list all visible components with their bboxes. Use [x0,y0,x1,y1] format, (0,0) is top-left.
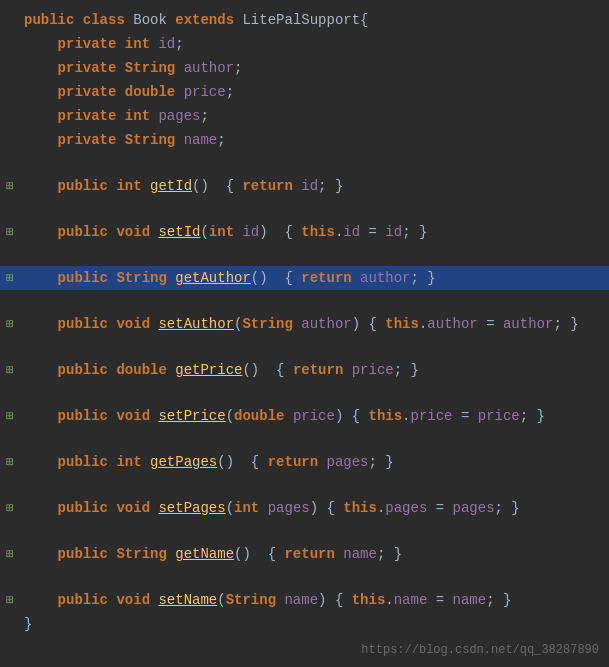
token-punctuation: { [268,224,302,240]
token-punctuation: ( [226,500,234,516]
token-kw-class: class [83,12,133,28]
token-kw-double: double [234,408,293,424]
token-punctuation: ; } [394,362,419,378]
token-kw-private: private [24,36,125,52]
token-kw-int: int [116,178,150,194]
code-content-line-27: } [20,613,32,635]
token-kw-this: this [369,408,403,424]
token-kw-public: public [24,454,116,470]
token-punctuation: { [268,270,302,286]
code-content-line-4: private double price; [20,81,234,103]
token-kw-void: void [116,224,158,240]
line-11 [0,244,609,266]
fold-button-line-12[interactable]: ⊞ [0,270,20,286]
token-class-name: Book [133,12,175,28]
token-var-name: author [184,60,234,76]
token-punctuation: { [360,12,368,28]
token-kw-private: private [24,60,125,76]
token-var-name: pages [158,108,200,124]
fold-button-line-22[interactable]: ⊞ [0,500,20,516]
fold-button-line-20[interactable]: ⊞ [0,454,20,470]
line-7 [0,152,609,174]
token-kw-public: public [24,592,116,608]
token-var-name: pages [268,500,310,516]
token-kw-private: private [24,132,125,148]
token-method-name: getPages [150,454,217,470]
token-kw-public: public [24,546,116,562]
line-18: ⊞ public void setPrice(double price) { t… [0,404,609,428]
token-kw-private: private [24,108,125,124]
token-kw-int: int [234,500,268,516]
watermark: https://blog.csdn.net/qq_38287890 [361,643,599,657]
token-method-name: getId [150,178,192,194]
fold-button-line-24[interactable]: ⊞ [0,546,20,562]
token-method-name: getPrice [175,362,242,378]
code-content-line-14: public void setAuthor(String author) { t… [20,313,579,335]
token-kw-this: this [385,316,419,332]
token-var-name: name [284,592,318,608]
token-var-name: author [360,270,410,286]
token-var-name: pages [453,500,495,516]
token-kw-public: public [24,316,116,332]
code-content-line-20: public int getPages() { return pages; } [20,451,394,473]
token-punctuation: . [385,592,393,608]
token-punctuation: ; } [486,592,511,608]
token-kw-return: return [293,362,352,378]
code-content-line-5: private int pages; [20,105,209,127]
line-3: private String author; [0,56,609,80]
token-var-name: price [478,408,520,424]
line-17 [0,382,609,404]
token-punctuation: ; } [318,178,343,194]
line-6: private String name; [0,128,609,152]
token-method-name: setPages [158,500,225,516]
line-16: ⊞ public double getPrice() { return pric… [0,358,609,382]
token-var-name: id [242,224,259,240]
token-var-name: price [411,408,453,424]
lines-container: public class Book extends LitePalSupport… [0,8,609,636]
code-content-line-6: private String name; [20,129,226,151]
token-punctuation: = [427,592,452,608]
token-method-name: setAuthor [158,316,234,332]
token-extends-name: LitePalSupport [242,12,360,28]
token-kw-int: int [125,36,159,52]
fold-button-line-26[interactable]: ⊞ [0,592,20,608]
token-var-name: pages [326,454,368,470]
token-punctuation: { [234,454,268,470]
code-content-line-12: public String getAuthor() { return autho… [20,267,436,289]
token-punctuation: ; [234,60,242,76]
fold-button-line-18[interactable]: ⊞ [0,408,20,424]
line-9 [0,198,609,220]
token-punctuation: ; [217,132,225,148]
token-punctuation: = [453,408,478,424]
token-punctuation: () [234,546,251,562]
fold-button-line-10[interactable]: ⊞ [0,224,20,240]
token-kw-void: void [116,592,158,608]
token-kw-extends: extends [175,12,242,28]
token-punctuation: ; } [377,546,402,562]
token-var-name: price [352,362,394,378]
token-var-name: name [343,546,377,562]
line-12: ⊞ public String getAuthor() { return aut… [0,266,609,290]
line-5: private int pages; [0,104,609,128]
token-kw-public: public [24,270,116,286]
fold-button-line-16[interactable]: ⊞ [0,362,20,378]
line-4: private double price; [0,80,609,104]
token-kw-string: String [116,270,175,286]
token-kw-private: private [24,84,125,100]
token-kw-string: String [226,592,285,608]
token-var-name: id [343,224,360,240]
token-punctuation: = [478,316,503,332]
token-var-name: name [453,592,487,608]
fold-button-line-8[interactable]: ⊞ [0,178,20,194]
token-var-name: price [293,408,335,424]
line-19 [0,428,609,450]
line-8: ⊞ public int getId() { return id; } [0,174,609,198]
token-kw-return: return [301,270,360,286]
token-kw-string: String [242,316,301,332]
code-content-line-1: public class Book extends LitePalSupport… [20,9,369,31]
token-var-name: name [394,592,428,608]
token-punctuation: ; } [553,316,578,332]
token-kw-public: public [24,224,116,240]
code-container: public class Book extends LitePalSupport… [0,0,609,667]
fold-button-line-14[interactable]: ⊞ [0,316,20,332]
